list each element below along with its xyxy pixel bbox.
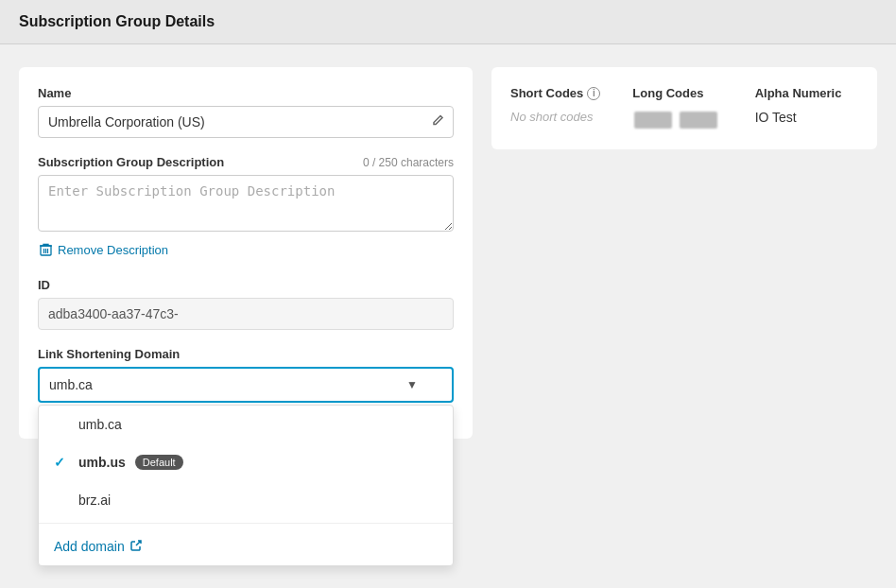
page-header: Subscription Group Details [0, 0, 896, 44]
long-codes-col: Long Codes [632, 86, 735, 130]
dropdown-divider [39, 523, 453, 524]
check-icon: ✓ [54, 455, 69, 470]
add-domain-label: Add domain [54, 539, 125, 554]
dropdown-option-label: umb.ca [78, 417, 122, 432]
remove-description-button[interactable]: Remove Description [38, 238, 168, 261]
domain-dropdown-menu: umb.ca ✓ umb.us Default brz.ai [38, 405, 454, 566]
description-label: Subscription Group Description 0 / 250 c… [38, 155, 454, 169]
name-field-group: Name [38, 86, 454, 138]
long-code-blurred-1 [634, 112, 672, 129]
default-badge: Default [135, 455, 183, 470]
long-codes-display [632, 110, 735, 130]
dropdown-option-label: brz.ai [78, 493, 111, 508]
link-shortening-field-group: Link Shortening Domain umb.ca ▼ umb.ca ✓ [38, 347, 454, 403]
alpha-numeric-value: IO Test [755, 110, 858, 125]
name-input-wrapper [38, 106, 454, 138]
description-textarea[interactable] [38, 175, 454, 232]
page-title: Subscription Group Details [19, 13, 877, 30]
short-codes-col: Short Codes i No short codes [510, 86, 613, 130]
left-panel: Name Subscription Group Description 0 / … [19, 67, 473, 439]
dropdown-item-brz-ai[interactable]: brz.ai [39, 481, 453, 519]
edit-icon [431, 114, 444, 130]
description-field-group: Subscription Group Description 0 / 250 c… [38, 155, 454, 261]
no-short-codes-text: No short codes [510, 110, 613, 124]
dropdown-item-umb-us[interactable]: ✓ umb.us Default [39, 443, 453, 481]
id-label: ID [38, 278, 454, 292]
selected-domain-text: umb.ca [49, 377, 93, 392]
alpha-numeric-header: Alpha Numeric [755, 86, 858, 100]
external-link-icon [130, 539, 142, 554]
codes-grid: Short Codes i No short codes Long Codes … [510, 86, 858, 130]
right-panel: Short Codes i No short codes Long Codes … [491, 67, 877, 149]
long-codes-header: Long Codes [632, 86, 735, 100]
add-domain-link[interactable]: Add domain [39, 527, 453, 565]
name-input[interactable] [38, 106, 454, 138]
main-content: Name Subscription Group Description 0 / … [0, 44, 896, 461]
id-field-group: ID [38, 278, 454, 330]
short-codes-info-icon[interactable]: i [587, 87, 600, 100]
chevron-down-icon: ▼ [406, 378, 418, 391]
short-codes-header: Short Codes i [510, 86, 613, 100]
long-code-blurred-2 [680, 112, 717, 129]
alpha-numeric-col: Alpha Numeric IO Test [755, 86, 858, 130]
dropdown-item-umb-ca[interactable]: umb.ca [39, 406, 453, 443]
domain-select[interactable]: umb.ca ▼ [38, 367, 454, 403]
domain-select-wrapper: umb.ca ▼ umb.ca ✓ umb.us Default [38, 367, 454, 403]
name-label: Name [38, 86, 454, 100]
id-input [38, 298, 454, 330]
trash-icon [38, 242, 53, 257]
char-count: 0 / 250 characters [363, 156, 454, 169]
remove-description-label: Remove Description [58, 243, 168, 257]
dropdown-option-label: umb.us [78, 455, 126, 470]
link-shortening-label: Link Shortening Domain [38, 347, 454, 361]
